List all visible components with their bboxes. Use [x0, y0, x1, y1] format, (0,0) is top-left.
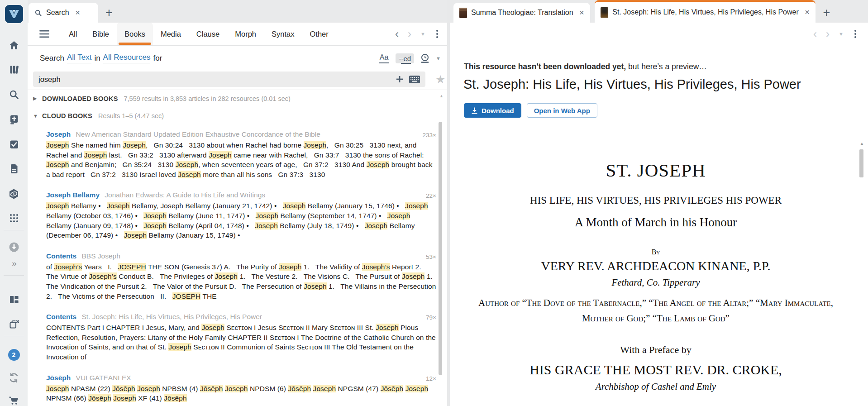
tab-all[interactable]: All — [61, 23, 85, 45]
new-tab-button[interactable]: + — [816, 7, 837, 23]
doc-preface-line: With a Preface by — [466, 344, 845, 356]
library-icon[interactable] — [0, 60, 28, 80]
result-title[interactable]: Jōsēph — [46, 374, 71, 382]
result-source: Jonathan Edwards: A Guide to His Life an… — [103, 191, 265, 199]
menu-icon[interactable] — [39, 30, 49, 38]
tab-morph[interactable]: Morph — [227, 23, 264, 45]
atlas-icon[interactable] — [0, 184, 28, 204]
new-tab-button[interactable]: + — [98, 7, 120, 23]
search-result: Contents St. Joseph: His Life, His Virtu… — [46, 312, 436, 362]
history-chevron-icon[interactable]: ▼ — [420, 31, 425, 37]
section-summary: 7,559 results in 3,853 articles in 282 r… — [124, 95, 291, 102]
doc-preface-author-title: Archbishop of Cashel and Emly — [466, 381, 845, 392]
expand-chevrons-icon[interactable]: » — [0, 253, 28, 273]
result-snippet[interactable]: Joseph NPASM (22) Jōsēph Joseph NPBSM (4… — [46, 384, 436, 403]
open-web-app-button[interactable]: Open in Web App — [527, 103, 597, 118]
doc-subtitle: HIS LIFE, HIS VIRTUES, HIS PRIVILEGES HI… — [466, 195, 845, 206]
resource-tab-1[interactable]: Summa Theologiae: Translation✕ — [453, 3, 590, 23]
tab-clause[interactable]: Clause — [189, 23, 227, 45]
tab-media[interactable]: Media — [153, 23, 189, 45]
notifications-badge[interactable]: 2 — [0, 345, 28, 365]
download-button[interactable]: Download — [464, 103, 521, 118]
bible-cross-icon[interactable] — [0, 110, 28, 129]
back-icon[interactable]: ‹ — [395, 29, 399, 39]
doc-month-line: A Month of March in his Honour — [466, 215, 845, 229]
search-input[interactable] — [33, 75, 396, 84]
expand-triangle-icon[interactable]: ▼ — [33, 113, 42, 119]
divider — [466, 136, 850, 136]
match-forms-label: -ed — [401, 55, 411, 64]
close-icon[interactable]: ✕ — [75, 9, 81, 16]
logos-logo-icon[interactable] — [5, 5, 23, 23]
close-icon[interactable]: ✕ — [579, 9, 585, 16]
tab-other[interactable]: Other — [302, 23, 336, 45]
scroll-up-icon[interactable]: ▲ — [439, 94, 444, 98]
tab-label: Search — [46, 9, 69, 17]
close-all-panels-icon[interactable] — [0, 314, 28, 334]
sync-icon[interactable] — [0, 368, 28, 387]
options-chevron-icon[interactable]: ▼ — [436, 56, 441, 61]
favorite-star-icon[interactable]: ★ — [435, 73, 445, 86]
search-history-icon[interactable] — [420, 53, 429, 63]
match-case-button[interactable]: Aa — [379, 53, 390, 63]
search-field[interactable] — [33, 72, 425, 87]
result-source: VULGATEANLEX — [74, 374, 131, 382]
keyboard-icon[interactable] — [409, 76, 420, 83]
panel-menu-icon[interactable] — [853, 28, 858, 40]
section-downloaded-books[interactable]: ▶ DOWNLOADED BOOKS 7,559 results in 3,85… — [28, 90, 447, 107]
store-cart-icon[interactable] — [0, 390, 28, 406]
search-toolbar: AllBibleBooksMediaClauseMorphSyntaxOther… — [28, 23, 447, 46]
search-tabstrip: Search ✕ + — [28, 0, 447, 23]
result-snippet[interactable]: of Joseph’s Years I. JOSEPH THE SON (Gen… — [46, 262, 436, 301]
tab-books[interactable]: Books — [117, 23, 153, 45]
tab-syntax[interactable]: Syntax — [264, 23, 302, 45]
search-panel: Search ✕ + AllBibleBooksMediaClauseMorph… — [28, 0, 447, 406]
documents-icon[interactable] — [0, 159, 28, 179]
result-title[interactable]: Joseph — [46, 130, 71, 138]
result-snippet[interactable]: Joseph She named him Joseph, Gn 30:24 31… — [46, 140, 436, 179]
layouts-icon[interactable] — [0, 290, 28, 310]
history-chevron-icon[interactable]: ▼ — [839, 31, 844, 37]
collapse-triangle-icon[interactable]: ▶ — [33, 96, 42, 101]
result-count: 79× — [426, 313, 436, 322]
match-forms-button[interactable]: --ed — [396, 53, 414, 63]
home-icon[interactable] — [0, 35, 28, 55]
tab-bible[interactable]: Bible — [85, 23, 117, 45]
panel-menu-icon[interactable] — [434, 28, 440, 40]
scroll-up-icon[interactable]: ▲ — [860, 141, 864, 146]
close-icon[interactable]: ✕ — [805, 9, 810, 16]
preview-content: This resource hasn't been downloaded yet… — [450, 45, 868, 406]
results-area: ▶ DOWNLOADED BOOKS 7,559 results in 3,85… — [28, 90, 447, 406]
tab-label: St. Joseph: His Life, His Virtues, His P… — [612, 8, 798, 16]
result-title[interactable]: Contents — [46, 252, 76, 260]
result-title[interactable]: Joseph Bellamy — [46, 191, 100, 199]
criteria-options: Aa --ed ▼ — [379, 53, 441, 63]
all-text-dropdown[interactable]: All Text — [67, 53, 92, 63]
section-cloud-books[interactable]: ▼ CLOUD BOOKS Results 1–5 (4.47 sec) — [28, 107, 447, 124]
query-row: ★ — [28, 71, 447, 91]
apps-grid-icon[interactable] — [0, 208, 28, 228]
add-term-icon[interactable] — [396, 75, 404, 83]
forward-icon[interactable]: › — [826, 29, 830, 39]
section-label[interactable]: CLOUD BOOKS — [42, 112, 92, 119]
result-count: 12× — [426, 374, 436, 383]
resource-title: St. Joseph: His Life, His Virtues, His P… — [463, 77, 801, 92]
guides-check-icon[interactable] — [0, 134, 28, 154]
doc-by: By — [466, 248, 845, 256]
resource-tabstrip: Summa Theologiae: Translation✕St. Joseph… — [450, 0, 868, 23]
criteria-in: in — [94, 54, 100, 63]
back-icon[interactable]: ‹ — [813, 29, 817, 39]
section-label[interactable]: DOWNLOADED BOOKS — [42, 95, 118, 102]
app-window: » 2 — [0, 0, 868, 406]
tab-search[interactable]: Search ✕ — [29, 3, 98, 23]
results-scrollbar[interactable] — [439, 122, 442, 375]
search-icon[interactable] — [0, 85, 28, 105]
document-scrollbar[interactable] — [859, 149, 863, 177]
result-snippet[interactable]: Joseph Bellamy • Joseph Bellamy, Joseph … — [46, 201, 436, 240]
all-resources-dropdown[interactable]: All Resources — [103, 53, 151, 63]
preview-panel: Summa Theologiae: Translation✕St. Joseph… — [450, 0, 868, 406]
forward-icon[interactable]: › — [408, 29, 411, 39]
result-title[interactable]: Contents — [46, 313, 76, 320]
result-snippet[interactable]: CONTENTS Part I CHAPTER I Jesus, Mary, a… — [46, 323, 436, 362]
resource-tab-2[interactable]: St. Joseph: His Life, His Virtues, His P… — [595, 0, 816, 23]
